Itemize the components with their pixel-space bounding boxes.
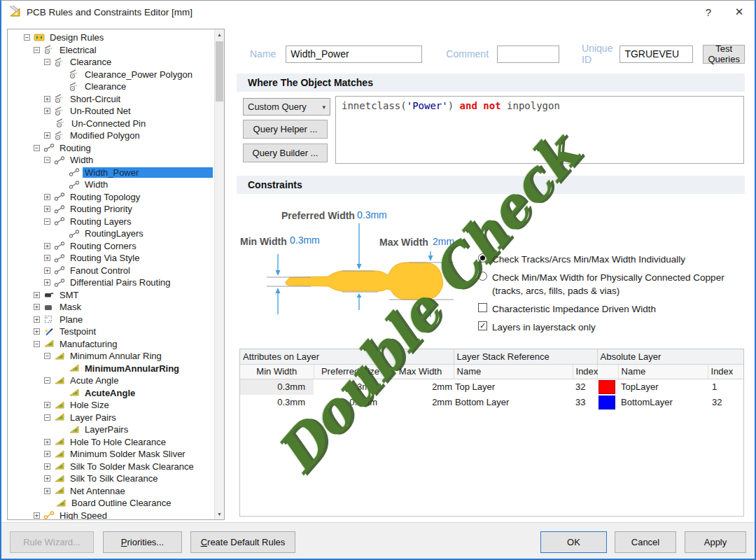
tree-item-acuteangle[interactable]: AcuteAngle [8, 387, 214, 400]
ref-name-cell[interactable]: Top Layer [454, 379, 573, 395]
tree-item-routinglayers[interactable]: RoutingLayers [8, 227, 214, 240]
test-queries-button[interactable]: Test Queries [703, 45, 745, 64]
collapse-toggle-icon[interactable]: − [44, 157, 50, 163]
collapse-toggle-icon[interactable]: − [44, 353, 50, 359]
checkbox-option-2[interactable]: Characteristic Impedance Driven Width [478, 302, 744, 316]
abs-index-cell[interactable]: 1 [708, 379, 743, 395]
tree-item-modified-polygon[interactable]: +Modified Polygon [8, 130, 214, 142]
max-width-cell[interactable]: 2mm [387, 395, 454, 410]
col-preferred-size[interactable]: Preferred Size [314, 364, 387, 379]
abs-name-cell[interactable]: TopLayer [618, 379, 708, 395]
tree-item-routing-via-style[interactable]: +Routing Via Style [8, 252, 214, 265]
radio-unchecked-icon[interactable] [478, 272, 487, 281]
expand-toggle-icon[interactable]: + [44, 439, 50, 445]
unique-id-input[interactable] [620, 46, 693, 63]
col-abs-name[interactable]: Name [618, 364, 708, 379]
tree-item-testpoint[interactable]: +Testpoint [8, 326, 214, 338]
collapse-toggle-icon[interactable]: − [44, 59, 50, 65]
collapse-toggle-icon[interactable]: − [34, 341, 40, 347]
tree-item-layer-pairs[interactable]: −Layer Pairs [8, 412, 214, 424]
cancel-button[interactable]: Cancel [615, 531, 676, 553]
tree-item-high-speed[interactable]: +High Speed [8, 510, 214, 520]
tree-item-short-circuit[interactable]: +Short-Circuit [8, 93, 214, 106]
close-button[interactable]: ✕ [724, 1, 755, 22]
expand-toggle-icon[interactable]: + [44, 132, 50, 139]
col-max-width[interactable]: Max Width [387, 364, 454, 379]
query-builder-button[interactable]: Query Builder ... [243, 144, 328, 162]
min-width-cell[interactable]: 0.3mm [240, 395, 314, 410]
tree-item-clearance[interactable]: Clearance [8, 80, 214, 93]
priorities-button[interactable]: Priorities... [103, 531, 182, 553]
preferred-size-cell[interactable]: 0.3mm [314, 379, 387, 395]
tree-item-net-antennae[interactable]: +Net Antennae [8, 485, 214, 498]
expand-toggle-icon[interactable]: + [44, 243, 50, 249]
tree-item-manufacturing[interactable]: −Manufacturing [8, 338, 214, 351]
col-ref-index[interactable]: Index [573, 364, 597, 379]
expand-toggle-icon[interactable]: + [44, 206, 50, 212]
expand-toggle-icon[interactable]: + [44, 475, 50, 482]
tree-item-clearance[interactable]: −Clearance [8, 56, 214, 69]
ref-index-cell[interactable]: 33 [573, 395, 597, 410]
tree-item-design-rules[interactable]: −Design Rules [8, 31, 214, 44]
tree-item-routing[interactable]: −Routing [8, 142, 214, 155]
checkbox-checked-icon[interactable]: ✓ [478, 321, 487, 330]
expand-toggle-icon[interactable]: + [34, 328, 40, 335]
tree-item-un-connected-pin[interactable]: Un-Connected Pin [8, 118, 214, 130]
expand-toggle-icon[interactable]: + [44, 402, 50, 408]
min-width-cell[interactable]: 0.3mm [240, 379, 314, 395]
checkbox-option-3[interactable]: ✓Layers in layerstack only [478, 321, 744, 334]
collapse-toggle-icon[interactable]: − [24, 34, 30, 41]
tree-item-routing-topology[interactable]: +Routing Topology [8, 191, 214, 204]
scrollbar-thumb[interactable] [216, 41, 223, 102]
expand-toggle-icon[interactable]: + [44, 463, 50, 470]
expand-toggle-icon[interactable]: + [44, 255, 50, 261]
expand-toggle-icon[interactable]: + [34, 292, 40, 298]
scope-dropdown[interactable]: Custom Query ▾ [243, 98, 330, 115]
layer-row-bottom-layer[interactable]: 0.3mm0.3mm2mmBottom Layer33BottomLayer32 [240, 395, 743, 410]
abs-name-cell[interactable]: BottomLayer [618, 395, 708, 410]
apply-button[interactable]: Apply [685, 531, 746, 553]
tree-item-hole-to-hole-clearance[interactable]: +Hole To Hole Clearance [8, 436, 214, 449]
scroll-down-icon[interactable]: ▼ [215, 509, 224, 519]
tree-item-minimumannularring[interactable]: MinimumAnnularRing [8, 363, 214, 375]
expand-toggle-icon[interactable]: + [44, 267, 50, 274]
radio-checked-icon[interactable] [478, 253, 487, 262]
preferred-size-cell[interactable]: 0.3mm [314, 395, 387, 410]
tree-item-plane[interactable]: +Plane [8, 314, 214, 326]
collapse-toggle-icon[interactable]: − [44, 218, 50, 225]
col-color[interactable] [597, 364, 618, 379]
max-width-cell[interactable]: 2mm [387, 379, 454, 395]
query-editor[interactable]: innetclass('Power') and not inpolygon [335, 96, 744, 164]
layer-color-swatch[interactable] [597, 379, 618, 395]
tree-item-fanout-control[interactable]: +Fanout Control [8, 265, 214, 277]
tree-item-width-power[interactable]: Width_Power [8, 167, 214, 179]
ref-index-cell[interactable]: 32 [573, 379, 597, 395]
tree-item-routing-priority[interactable]: +Routing Priority [8, 203, 214, 216]
radio-option-1[interactable]: Check Min/Max Width for Physically Conne… [478, 271, 744, 298]
checkbox-unchecked-icon[interactable] [478, 303, 487, 312]
comment-input[interactable] [497, 46, 559, 63]
collapse-toggle-icon[interactable]: − [44, 377, 50, 384]
tree-item-width[interactable]: −Width [8, 154, 214, 167]
radio-option-0[interactable]: Check Tracks/Arcs Min/Max Width Individu… [478, 253, 744, 266]
tree-item-mask[interactable]: +Mask [8, 301, 214, 314]
tree-item-electrical[interactable]: −Electrical [8, 44, 214, 57]
tree-item-silk-to-solder-mask-clearance[interactable]: +Silk To Solder Mask Clearance [8, 461, 214, 473]
query-helper-button[interactable]: Query Helper ... [243, 120, 328, 139]
expand-toggle-icon[interactable]: + [34, 304, 40, 310]
layer-row-top-layer[interactable]: 0.3mm0.3mm2mmTop Layer32TopLayer1 [240, 379, 743, 395]
col-abs-index[interactable]: Index [708, 364, 743, 379]
tree-item-routing-layers[interactable]: −Routing Layers [8, 216, 214, 228]
abs-index-cell[interactable]: 32 [708, 395, 743, 410]
expand-toggle-icon[interactable]: + [44, 279, 50, 286]
tree-item-differential-pairs-routing[interactable]: +Differential Pairs Routing [8, 276, 214, 289]
tree-item-minimum-annular-ring[interactable]: −Minimum Annular Ring [8, 350, 214, 363]
tree-item-board-outline-clearance[interactable]: Board Outline Clearance [8, 497, 214, 510]
col-min-width[interactable]: Min Width [240, 364, 314, 379]
collapse-toggle-icon[interactable]: − [44, 414, 50, 421]
tree-item-acute-angle[interactable]: −Acute Angle [8, 374, 214, 387]
create-default-rules-button[interactable]: Create Default Rules [190, 531, 295, 553]
ref-name-cell[interactable]: Bottom Layer [454, 395, 573, 410]
tree-item-smt[interactable]: +SMT [8, 289, 214, 302]
tree-item-width[interactable]: Width [8, 178, 214, 191]
